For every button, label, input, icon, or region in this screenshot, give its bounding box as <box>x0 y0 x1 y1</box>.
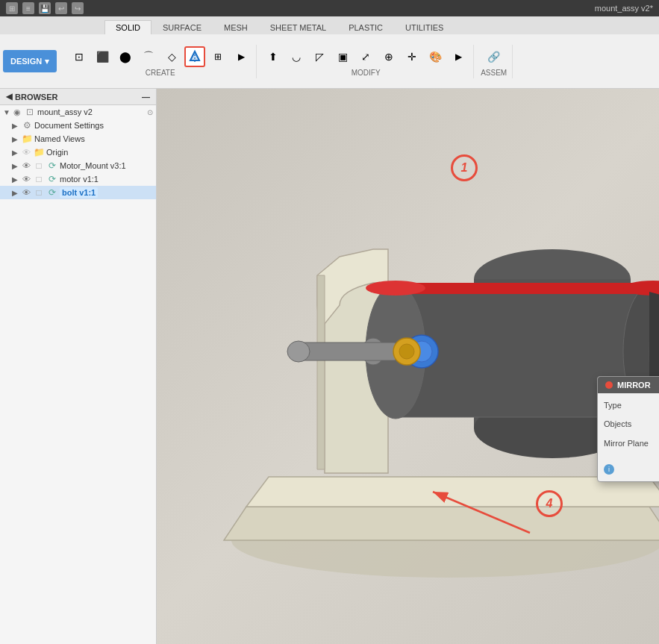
pattern-icon[interactable]: ⊞ <box>207 46 228 67</box>
type-label: Type <box>604 401 656 410</box>
visibility-icon-root[interactable]: ◉ <box>12 107 22 117</box>
extrude-icon[interactable]: ⬛ <box>92 46 113 67</box>
loft-icon[interactable]: ◇ <box>161 46 182 67</box>
press-pull-icon[interactable]: ⬆ <box>263 46 284 67</box>
ribbon-content: DESIGN ▾ ⊡ ⬛ ⬤ ⌒ ◇ ⊞ ▶ <box>0 34 659 88</box>
browser-item-bolt[interactable]: ▶ 👁 □ ⟳ bolt v1:1 <box>0 186 156 199</box>
mirror-plane-label: Mirror Plane <box>604 439 656 448</box>
assem-group: 🔗 ASSEM <box>475 45 513 78</box>
visibility-icon-motor[interactable]: 👁 <box>21 175 31 184</box>
combine-icon[interactable]: ⊕ <box>378 46 399 67</box>
more-modify-icon[interactable]: ▶ <box>448 46 469 67</box>
objects-label: Objects <box>604 419 656 428</box>
browser-item-document-settings[interactable]: ▶ ⚙ Document Settings <box>0 119 156 132</box>
fillet-icon[interactable]: ◡ <box>286 46 307 67</box>
design-button[interactable]: DESIGN ▾ <box>3 50 57 72</box>
dialog-footer: i OK Cancel <box>598 459 659 481</box>
browser-item-named-views[interactable]: ▶ 📁 Named Views <box>0 132 156 146</box>
browser-collapse-icon[interactable]: — <box>142 93 150 101</box>
dialog-header: MIRROR <box>598 377 659 393</box>
sweep-icon[interactable]: ⌒ <box>138 46 159 67</box>
svg-point-10 <box>366 281 425 296</box>
modify-group-label: MODIFY <box>352 69 381 77</box>
capture-icon[interactable]: ⊙ <box>147 108 153 116</box>
joint-icon[interactable]: 🔗 <box>484 46 505 67</box>
canvas-area[interactable]: 1 2 3 4 MIRROR Type Components <box>157 89 659 644</box>
mirror-dialog: MIRROR Type Components ▾ Objects <box>597 376 659 482</box>
browser-expand-icon[interactable]: ◀ <box>6 92 12 101</box>
modify-group: ⬆ ◡ ◸ ▣ ⤢ ⊕ ✛ 🎨 ▶ MODIFY <box>258 45 474 78</box>
chamfer-icon[interactable]: ◸ <box>309 46 330 67</box>
create-group-label: CREATE <box>146 69 175 77</box>
scale-icon[interactable]: ⤢ <box>355 46 376 67</box>
appearance-icon[interactable]: 🎨 <box>425 46 446 67</box>
svg-point-18 <box>399 344 414 359</box>
tab-solid[interactable]: SOLID <box>104 20 152 34</box>
new-component-icon[interactable]: ⊡ <box>69 46 90 67</box>
ribbon: SOLID SURFACE MESH SHEET METAL PLASTIC U… <box>0 16 659 89</box>
document-title: mount_assy v2* <box>595 4 653 13</box>
tab-utilities[interactable]: UTILITIES <box>394 20 455 34</box>
mirror-plane-row: Mirror Plane ↖ Select <box>604 436 659 451</box>
svg-rect-13 <box>299 343 396 360</box>
browser-header: ◀ BROWSER — <box>0 89 156 105</box>
sidebar: ◀ BROWSER — ▼ ◉ ⊡ mount_assy v2 ⊙ ▶ ⚙ Do… <box>0 89 157 644</box>
motor-assembly-scene <box>209 126 659 589</box>
top-bar: ⊞ ≡ 💾 ↩ ↪ mount_assy v2* <box>0 0 659 16</box>
grid-icon[interactable]: ⊞ <box>6 2 18 14</box>
browser-item-root[interactable]: ▼ ◉ ⊡ mount_assy v2 ⊙ <box>0 105 156 119</box>
root-label: mount_assy v2 <box>37 107 146 116</box>
info-icon[interactable]: i <box>604 464 614 475</box>
redo-icon[interactable]: ↪ <box>72 2 84 14</box>
objects-row: Objects ↖ 1 selected <box>604 416 659 432</box>
top-bar-icons: ⊞ ≡ 💾 ↩ ↪ <box>6 2 84 14</box>
tree-arrow-root: ▼ <box>3 108 10 116</box>
tab-surface[interactable]: SURFACE <box>152 20 213 34</box>
browser-item-motor-mount[interactable]: ▶ 👁 □ ⟳ Motor_Mount v3:1 <box>0 159 156 172</box>
svg-point-14 <box>287 341 310 362</box>
bolt-label: bolt v1:1 <box>60 187 98 198</box>
move-icon[interactable]: ✛ <box>402 46 422 67</box>
svg-marker-2 <box>190 51 199 60</box>
visibility-icon-bolt[interactable]: 👁 <box>21 188 31 197</box>
tab-mesh[interactable]: MESH <box>213 20 259 34</box>
undo-icon[interactable]: ↩ <box>55 2 67 14</box>
layers-icon[interactable]: ≡ <box>22 2 34 14</box>
revolve-icon[interactable]: ⬤ <box>115 46 136 67</box>
type-row: Type Components ▾ <box>604 398 659 412</box>
visibility-icon-origin[interactable]: 👁 <box>21 148 31 157</box>
browser-item-motor[interactable]: ▶ 👁 □ ⟳ motor v1:1 <box>0 172 156 186</box>
main-layout: ◀ BROWSER — ▼ ◉ ⊡ mount_assy v2 ⊙ ▶ ⚙ Do… <box>0 89 659 644</box>
visibility-icon-motor-mount[interactable]: 👁 <box>21 161 31 170</box>
create-group: ⊡ ⬛ ⬤ ⌒ ◇ ⊞ ▶ CREATE <box>64 45 257 78</box>
dialog-header-dot <box>605 381 613 389</box>
dialog-body: Type Components ▾ Objects ↖ 1 selec <box>598 393 659 459</box>
ribbon-tabs: SOLID SURFACE MESH SHEET METAL PLASTIC U… <box>0 16 659 34</box>
browser-item-origin[interactable]: ▶ 👁 📁 Origin <box>0 146 156 159</box>
assem-group-label: ASSEM <box>481 69 507 77</box>
tab-plastic[interactable]: PLASTIC <box>337 20 394 34</box>
shell-icon[interactable]: ▣ <box>332 46 353 67</box>
mirror-icon highlighted[interactable] <box>184 46 205 67</box>
save-icon[interactable]: 💾 <box>39 2 51 14</box>
dialog-title: MIRROR <box>617 381 651 390</box>
tab-sheet-metal[interactable]: SHEET METAL <box>259 20 337 34</box>
more-create-icon[interactable]: ▶ <box>231 46 252 67</box>
